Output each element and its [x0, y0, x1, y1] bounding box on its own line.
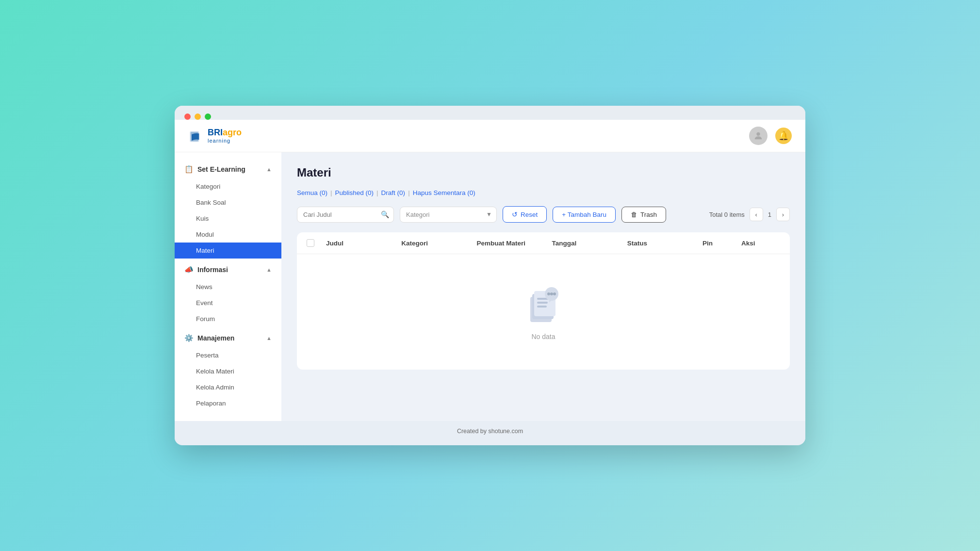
sidebar-section-elearning-header[interactable]: 📋 Set E-Learning ▲	[175, 160, 281, 178]
sidebar-section-informasi: 📣 Informasi ▲ News Event Forum	[175, 260, 281, 327]
sidebar-item-peserta[interactable]: Peserta	[175, 347, 281, 363]
page-title: Materi	[297, 166, 790, 179]
table-header: Judul Kategori Pembuat Materi Tanggal St…	[297, 232, 790, 254]
trash-icon: 🗑	[631, 211, 637, 218]
traffic-light-green[interactable]	[205, 113, 211, 120]
search-icon[interactable]: 🔍	[381, 211, 389, 218]
pagination-next[interactable]: ›	[776, 208, 790, 221]
category-select[interactable]: Kategori	[400, 207, 497, 223]
sidebar-item-kelola-materi[interactable]: Kelola Materi	[175, 363, 281, 379]
empty-state: No data	[297, 254, 790, 370]
pagination-prev[interactable]: ‹	[750, 208, 763, 221]
sidebar-item-bank-soal[interactable]: Bank Soal	[175, 194, 281, 211]
logo: BRIagro learning	[188, 128, 242, 144]
filter-tab-draft[interactable]: Draft (0)	[381, 189, 406, 196]
informasi-chevron: ▲	[266, 267, 272, 273]
sidebar-item-event[interactable]: Event	[175, 295, 281, 311]
add-label: + Tambah Baru	[562, 211, 606, 218]
sidebar-item-kuis[interactable]: Kuis	[175, 211, 281, 227]
filter-tab-hapus[interactable]: Hapus Sementara (0)	[413, 189, 475, 196]
col-checkbox	[307, 239, 326, 247]
reset-icon: ↺	[512, 211, 518, 218]
reset-button[interactable]: ↺ Reset	[503, 206, 547, 223]
col-pin: Pin	[702, 239, 741, 247]
manajemen-section-label: Manajemen	[197, 334, 234, 342]
header-actions: 🔔	[749, 127, 792, 145]
traffic-light-yellow[interactable]	[195, 113, 201, 120]
search-wrapper: 🔍	[297, 207, 394, 223]
sidebar: 📋 Set E-Learning ▲ Kategori Bank Soal Ku…	[175, 152, 281, 421]
col-aksi: Aksi	[741, 239, 780, 247]
add-new-button[interactable]: + Tambah Baru	[553, 207, 616, 223]
filter-tab-semua[interactable]: Semua (0)	[297, 189, 327, 196]
logo-agro-text: agro	[223, 128, 242, 137]
svg-point-2	[756, 132, 760, 136]
elearning-chevron: ▲	[266, 166, 272, 172]
select-all-checkbox[interactable]	[307, 239, 314, 247]
col-kategori: Kategori	[401, 239, 476, 247]
sidebar-item-pelaporan[interactable]: Pelaporan	[175, 395, 281, 411]
sidebar-item-kelola-admin[interactable]: Kelola Admin	[175, 379, 281, 395]
toolbar: 🔍 Kategori ▼ ↺ Reset + Tambah Baru	[297, 206, 790, 223]
sidebar-section-manajemen-header[interactable]: ⚙️ Manajemen ▲	[175, 329, 281, 347]
sidebar-item-kategori[interactable]: Kategori	[175, 178, 281, 194]
no-data-message: No data	[531, 333, 555, 340]
col-tanggal: Tanggal	[552, 239, 627, 247]
total-items-label: Total 0 items	[709, 211, 745, 218]
sidebar-item-forum[interactable]: Forum	[175, 311, 281, 327]
sidebar-section-manajemen: ⚙️ Manajemen ▲ Peserta Kelola Materi Kel…	[175, 329, 281, 411]
traffic-light-red[interactable]	[184, 113, 191, 120]
content-area: Materi Semua (0) | Published (0) | Draft…	[281, 152, 805, 421]
informasi-section-label: Informasi	[197, 266, 228, 274]
logo-bri-text: BRI	[208, 128, 223, 137]
manajemen-icon: ⚙️	[184, 334, 194, 342]
col-pembuat: Pembuat Materi	[476, 239, 552, 247]
sidebar-item-news[interactable]: News	[175, 279, 281, 295]
filter-tabs: Semua (0) | Published (0) | Draft (0) | …	[297, 189, 790, 196]
sidebar-item-materi[interactable]: Materi	[175, 243, 281, 259]
filter-tab-published[interactable]: Published (0)	[335, 189, 374, 196]
sidebar-item-modul[interactable]: Modul	[175, 227, 281, 243]
notification-bell[interactable]: 🔔	[775, 128, 792, 144]
sidebar-section-informasi-header[interactable]: 📣 Informasi ▲	[175, 260, 281, 279]
pagination-current: 1	[768, 211, 771, 218]
search-input[interactable]	[297, 207, 394, 223]
user-avatar[interactable]	[749, 127, 768, 145]
elearning-icon: 📋	[184, 165, 194, 174]
table-container: Judul Kategori Pembuat Materi Tanggal St…	[297, 232, 790, 370]
reset-label: Reset	[521, 211, 538, 218]
sidebar-section-elearning: 📋 Set E-Learning ▲ Kategori Bank Soal Ku…	[175, 160, 281, 259]
trash-label: Trash	[640, 211, 657, 218]
col-judul: Judul	[326, 239, 401, 247]
category-select-wrapper: Kategori ▼	[400, 207, 497, 223]
elearning-section-label: Set E-Learning	[197, 165, 245, 173]
footer-credit: Created by shotune.com	[175, 421, 805, 441]
pagination-info: Total 0 items ‹ 1 ›	[709, 208, 790, 221]
logo-icon	[188, 128, 204, 144]
top-header: BRIagro learning 🔔	[175, 120, 805, 152]
svg-rect-7	[537, 302, 548, 304]
no-data-illustration	[522, 283, 565, 327]
col-status: Status	[627, 239, 702, 247]
trash-button[interactable]: 🗑 Trash	[621, 207, 666, 223]
informasi-icon: 📣	[184, 265, 194, 274]
svg-point-12	[553, 292, 556, 295]
logo-learning-text: learning	[208, 138, 242, 144]
svg-point-11	[550, 292, 553, 295]
manajemen-chevron: ▲	[266, 335, 272, 341]
svg-rect-8	[537, 306, 547, 308]
svg-point-10	[547, 292, 550, 295]
